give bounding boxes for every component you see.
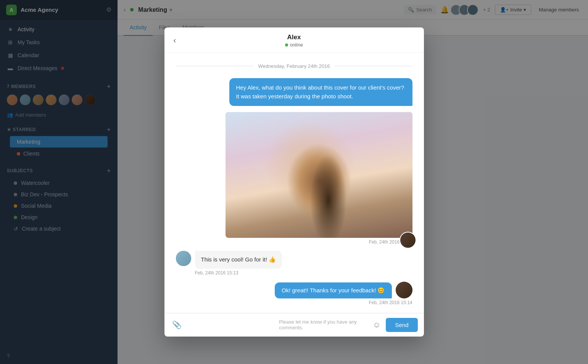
photo-content (226, 112, 412, 238)
send-button[interactable]: Send (386, 318, 417, 332)
message-photo (226, 112, 412, 238)
message-outgoing-row: Ok! great!! Thanks for your feedback! 😊 (176, 282, 412, 298)
modal-user-name: Alex (172, 34, 416, 41)
modal-footer: 📎 Please let me know if you have any com… (164, 313, 424, 337)
online-status-dot (285, 43, 288, 47)
message-1-container: Hey Alex, what do you think about this c… (176, 78, 412, 106)
message-text: This is very cool! Go for it! 👍 (201, 256, 276, 263)
message-text: Hey Alex, what do you think about this c… (236, 84, 404, 99)
chat-modal: ‹ Alex online Wednesday, February 24th 2… (164, 27, 424, 337)
sender-avatar-2 (176, 251, 191, 266)
emoji-icon[interactable]: ☺ (371, 319, 382, 331)
message-2-container: This is very cool! Go for it! 👍 Feb, 24t… (176, 251, 412, 276)
sender-avatar-3 (396, 282, 412, 298)
message-timestamp-3: Feb, 24th 2016 15:14 (176, 300, 412, 305)
message-bubble-incoming-2: This is very cool! Go for it! 👍 (195, 251, 282, 269)
message-image-container: Feb, 24th 2016 15:12 (226, 112, 412, 245)
message-text: Ok! great!! Thanks for your feedback! 😊 (282, 287, 385, 293)
sender-avatar-corner (400, 232, 416, 249)
status-label: online (290, 42, 303, 48)
modal-back-button[interactable]: ‹ (171, 34, 179, 46)
message-bubble-outgoing-1: Hey Alex, what do you think about this c… (229, 78, 412, 106)
message-input-hint[interactable]: Please let me know if you have any comme… (279, 319, 367, 330)
modal-user-status: online (172, 42, 416, 48)
modal-overlay[interactable]: ‹ Alex online Wednesday, February 24th 2… (0, 0, 588, 364)
date-label: Wednesday, February 24th 2016 (258, 63, 330, 69)
message-timestamp-1: Feb, 24th 2016 15:12 (226, 239, 412, 245)
modal-header: ‹ Alex online (164, 27, 424, 53)
date-divider: Wednesday, February 24th 2016 (176, 63, 412, 69)
message-incoming-row: This is very cool! Go for it! 👍 (176, 251, 412, 269)
message-3-container: Ok! great!! Thanks for your feedback! 😊 … (176, 282, 412, 305)
modal-body: Wednesday, February 24th 2016 Hey Alex, … (164, 53, 424, 313)
message-bubble-outgoing-3: Ok! great!! Thanks for your feedback! 😊 (275, 282, 392, 298)
attachment-icon[interactable]: 📎 (171, 319, 183, 331)
message-timestamp-2: Feb, 24th 2016 15:13 (195, 270, 412, 276)
